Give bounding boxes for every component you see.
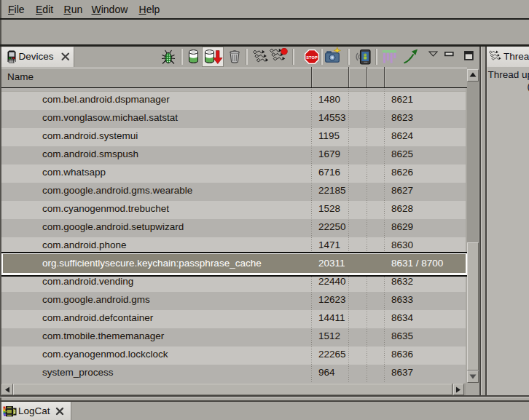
svg-text:STOP: STOP: [306, 55, 318, 60]
